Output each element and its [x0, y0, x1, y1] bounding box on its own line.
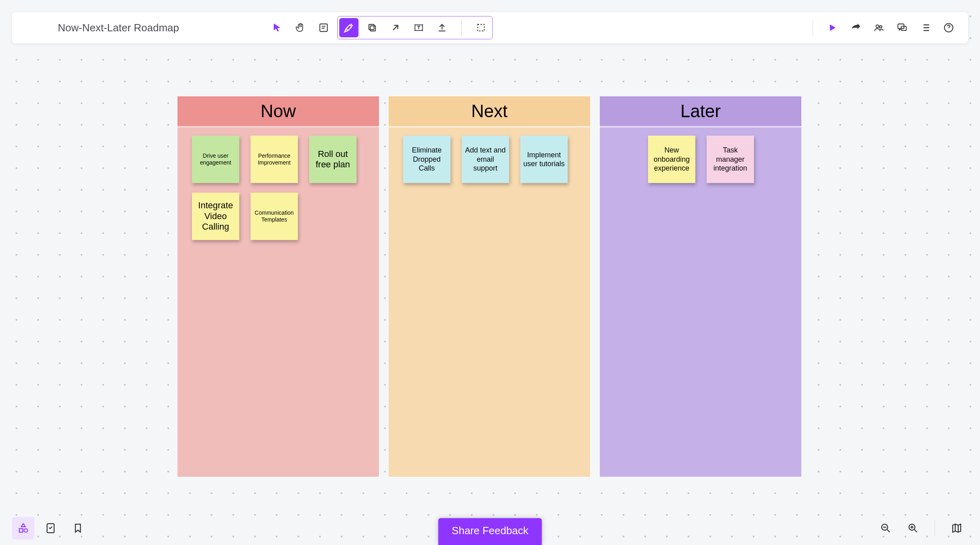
hand-icon — [295, 22, 306, 33]
sticky-card[interactable]: Drive user engagement — [192, 136, 239, 183]
checklist-icon — [45, 522, 57, 534]
marquee-tool[interactable] — [471, 18, 491, 37]
sticky-card[interactable]: Implement user tutorials — [520, 136, 568, 183]
duplicate-tool[interactable] — [363, 18, 382, 37]
svg-point-11 — [24, 529, 28, 532]
toolbar-divider — [813, 20, 813, 36]
toolbar-divider — [935, 520, 935, 536]
shapes-panel-button[interactable] — [12, 517, 35, 539]
arrow-out-icon — [390, 22, 401, 33]
share-arrow-icon — [850, 22, 861, 33]
help-button[interactable] — [939, 18, 958, 37]
bookmark-button[interactable] — [67, 517, 89, 539]
sticky-card[interactable]: Task manager integration — [707, 136, 754, 183]
select-tool[interactable] — [267, 18, 287, 37]
bookmark-icon — [72, 522, 84, 534]
tools-icon — [343, 22, 355, 33]
collaborators-button[interactable] — [869, 18, 888, 37]
zoom-in-button[interactable] — [902, 517, 924, 539]
svg-rect-1 — [370, 26, 375, 31]
comments-button[interactable] — [892, 18, 912, 37]
sticky-card[interactable]: Roll out free plan — [309, 136, 357, 183]
sticky-card[interactable]: Performance Improvement — [251, 136, 298, 183]
column-body[interactable]: New onboarding experience Task manager i… — [600, 128, 801, 477]
column-later[interactable]: Later New onboarding experience Task man… — [600, 96, 801, 477]
zoom-in-icon — [907, 522, 919, 534]
svg-rect-4 — [478, 24, 484, 31]
top-toolbar: Now-Next-Later Roadmap — [12, 12, 968, 43]
zoom-out-button[interactable] — [874, 517, 897, 539]
pan-tool[interactable] — [291, 18, 310, 37]
share-feedback-button[interactable]: Share Feedback — [438, 518, 542, 545]
bottom-left-toolbar — [12, 517, 89, 539]
zoom-out-icon — [880, 522, 892, 534]
sticky-card[interactable]: Eliminate Dropped Calls — [403, 136, 450, 183]
text-box-icon — [413, 22, 424, 33]
column-next[interactable]: Next Eliminate Dropped Calls Add text an… — [389, 96, 590, 477]
sticky-card[interactable]: Add text and email support — [462, 136, 509, 183]
list-icon — [920, 22, 931, 33]
column-header: Later — [600, 96, 801, 128]
cursor-icon — [271, 22, 283, 33]
note-icon — [318, 22, 329, 33]
column-header: Next — [389, 96, 590, 128]
column-header: Now — [177, 96, 379, 128]
shapes-icon — [17, 522, 29, 534]
text-box-tool[interactable] — [409, 18, 428, 37]
toolbar-active-group — [337, 16, 493, 39]
svg-rect-0 — [320, 24, 328, 32]
svg-rect-2 — [369, 24, 374, 30]
marquee-icon — [475, 22, 487, 33]
upload-icon — [436, 22, 448, 33]
play-icon — [827, 22, 838, 33]
outline-button[interactable] — [916, 18, 935, 37]
present-button[interactable] — [823, 18, 842, 37]
svg-point-5 — [876, 25, 879, 28]
sticky-card[interactable]: Integrate Video Calling — [192, 193, 239, 240]
chat-icon — [896, 22, 908, 33]
open-link-tool[interactable] — [386, 18, 405, 37]
column-now[interactable]: Now Drive user engagement Performance Im… — [177, 96, 379, 477]
note-tool[interactable] — [314, 18, 333, 37]
tasks-button[interactable] — [39, 517, 62, 539]
toolbar-center-group — [267, 16, 493, 39]
svg-rect-10 — [19, 529, 23, 532]
sticky-card[interactable]: New onboarding experience — [648, 136, 695, 183]
document-title[interactable]: Now-Next-Later Roadmap — [22, 22, 179, 34]
share-button[interactable] — [846, 18, 865, 37]
toolbar-right-group — [807, 18, 958, 37]
help-icon — [943, 22, 954, 33]
minimap-button[interactable] — [945, 517, 968, 539]
toolbar-divider — [461, 20, 462, 36]
upload-tool[interactable] — [432, 18, 452, 37]
bottom-right-toolbar — [874, 517, 968, 539]
build-tool[interactable] — [339, 18, 359, 37]
column-body[interactable]: Eliminate Dropped Calls Add text and ema… — [389, 128, 590, 477]
roadmap-board: Now Drive user engagement Performance Im… — [177, 96, 801, 477]
people-icon — [873, 22, 884, 33]
svg-point-6 — [880, 26, 882, 28]
duplicate-icon — [367, 22, 378, 33]
map-icon — [951, 522, 963, 534]
column-body[interactable]: Drive user engagement Performance Improv… — [177, 128, 379, 477]
sticky-card[interactable]: Communication Templates — [251, 193, 298, 240]
